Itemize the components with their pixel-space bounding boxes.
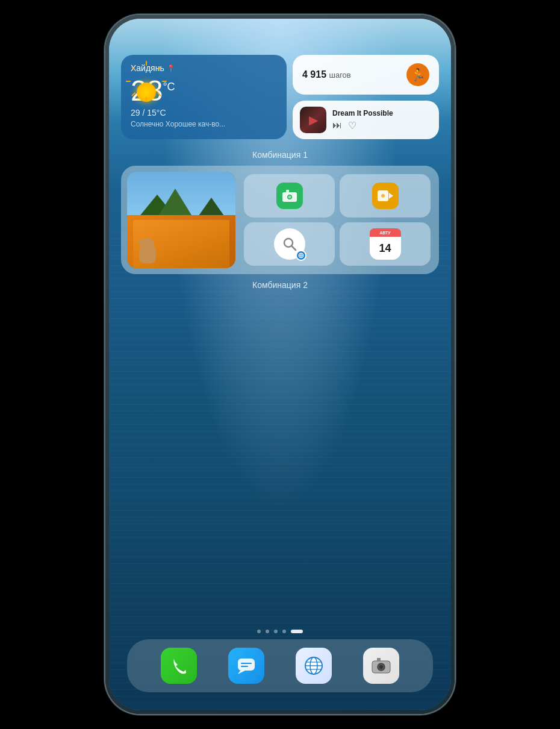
dock-camera-icon[interactable] <box>363 648 399 684</box>
search-app-icon[interactable] <box>274 228 305 260</box>
svg-point-26 <box>387 662 388 664</box>
dock-phone-icon[interactable] <box>161 648 197 684</box>
combo2-widget[interactable]: АВТУ 14 <box>121 166 439 274</box>
sun-icon <box>131 77 162 108</box>
combo1-label: Комбинация 1 <box>121 150 439 160</box>
steps-label: шагов <box>329 70 351 80</box>
music-info: Dream It Possible ⏭ ♡ <box>332 109 432 131</box>
steps-info: 4 915 шагов <box>302 69 351 80</box>
page-dot-3[interactable] <box>274 630 278 633</box>
dock-messages-icon[interactable] <box>228 648 264 684</box>
page-dot-1[interactable] <box>257 630 261 633</box>
apps-grid: АВТУ 14 <box>241 172 433 268</box>
spacer <box>121 296 439 630</box>
page-indicator <box>121 630 439 633</box>
app-dock <box>127 639 433 692</box>
home-screen-content: Хайдянь 📍 28°C <box>109 19 451 710</box>
camera-app-icon[interactable] <box>276 183 303 209</box>
page-dot-4[interactable] <box>282 630 286 633</box>
right-widgets-column: 4 915 шагов 🏃 ▶ Dream It Possible <box>293 55 439 139</box>
music-controls[interactable]: ⏭ ♡ <box>332 120 432 131</box>
combo2-label: Комбинация 2 <box>121 280 439 290</box>
calendar-date: 14 <box>379 242 391 255</box>
camera-app-cell[interactable] <box>244 174 335 217</box>
weather-main: 28°C <box>131 77 277 105</box>
steps-count: 4 915 <box>302 69 326 80</box>
steps-widget[interactable]: 4 915 шагов 🏃 <box>293 55 439 95</box>
music-widget[interactable]: ▶ Dream It Possible ⏭ ♡ <box>293 101 439 139</box>
calendar-app-icon[interactable]: АВТУ 14 <box>370 228 401 260</box>
video-app-cell[interactable] <box>340 174 431 217</box>
page-dot-2[interactable] <box>266 630 269 633</box>
like-button[interactable]: ♡ <box>348 120 356 131</box>
svg-marker-14 <box>238 671 245 674</box>
music-title: Dream It Possible <box>332 109 432 117</box>
dock-browser-icon[interactable] <box>296 648 332 684</box>
running-icon: 🏃 <box>406 63 429 86</box>
svg-point-6 <box>381 194 385 198</box>
video-app-icon[interactable] <box>372 183 399 209</box>
svg-rect-25 <box>377 658 381 661</box>
weather-description: Солнечно Хорошее кач-во... <box>131 120 277 128</box>
music-thumbnail: ▶ <box>300 107 326 133</box>
svg-line-8 <box>291 246 296 251</box>
calendar-month-label: АВТУ <box>379 231 390 235</box>
combo1-row: Хайдянь 📍 28°C <box>121 55 439 139</box>
location-pin-icon: 📍 <box>167 64 175 72</box>
page-dot-5-active[interactable] <box>291 630 303 633</box>
gallery-thumbnail <box>127 172 235 268</box>
next-track-button[interactable]: ⏭ <box>332 120 342 131</box>
phone-screen: Хайдянь 📍 28°C <box>109 19 451 710</box>
weather-location: Хайдянь 📍 <box>131 63 277 73</box>
search-globe-badge <box>296 250 306 261</box>
svg-rect-13 <box>238 659 255 671</box>
phone-frame: Хайдянь 📍 28°C <box>105 15 455 714</box>
search-app-cell[interactable] <box>244 222 335 266</box>
svg-rect-3 <box>286 190 289 192</box>
calendar-app-cell[interactable]: АВТУ 14 <box>340 222 431 266</box>
weather-range: 29 / 15°C <box>131 108 277 117</box>
music-thumb-icon: ▶ <box>309 113 318 127</box>
svg-point-24 <box>379 665 383 669</box>
svg-marker-5 <box>389 193 393 199</box>
tent-scene <box>127 172 235 268</box>
weather-widget[interactable]: Хайдянь 📍 28°C <box>121 55 287 139</box>
svg-point-2 <box>288 196 291 199</box>
